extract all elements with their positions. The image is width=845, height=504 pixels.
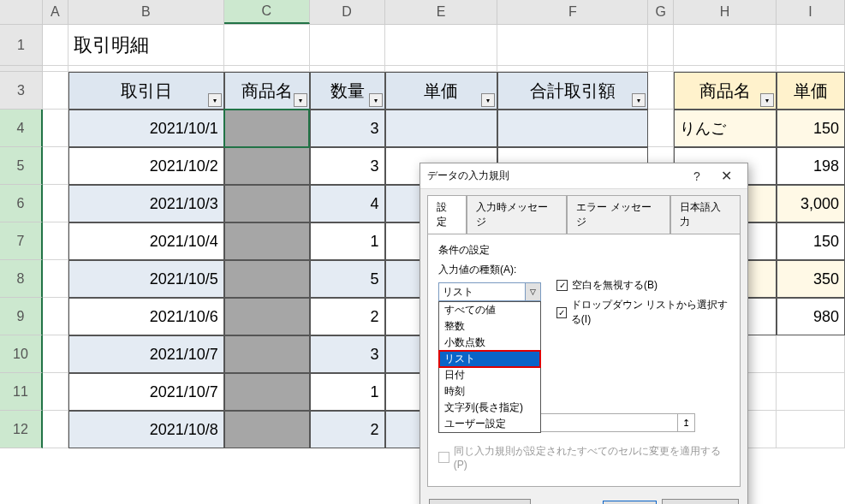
row-header-2[interactable] xyxy=(0,66,43,72)
row-header[interactable]: 4 xyxy=(0,110,43,147)
ok-button[interactable]: OK xyxy=(603,501,657,505)
cell-qty[interactable]: 5 xyxy=(310,260,385,298)
apply-all-checkbox[interactable]: 同じ入力規則が設定されたすべてのセルに変更を適用する(P) xyxy=(438,444,729,471)
filter-button[interactable]: ▾ xyxy=(632,93,646,107)
cell-product[interactable] xyxy=(224,260,310,298)
chevron-down-icon[interactable]: ▽ xyxy=(525,283,540,300)
cell[interactable] xyxy=(43,72,68,110)
cell-side-price[interactable]: 3,000 xyxy=(777,185,845,222)
col-header-A[interactable]: A xyxy=(43,0,68,24)
row-header[interactable]: 6 xyxy=(0,185,43,222)
cell-qty[interactable]: 1 xyxy=(310,222,385,260)
allow-option[interactable]: ユーザー設定 xyxy=(439,416,540,432)
table-header[interactable]: 取引日▾ xyxy=(68,72,224,110)
row-header[interactable]: 12 xyxy=(0,411,43,448)
cell[interactable] xyxy=(777,411,845,448)
allow-option[interactable]: すべての値 xyxy=(439,302,540,318)
table-header[interactable]: 商品名▾ xyxy=(224,72,310,110)
allow-option[interactable]: 文字列(長さ指定) xyxy=(439,400,540,416)
cell-qty[interactable]: 2 xyxy=(310,298,385,335)
cell-product[interactable] xyxy=(224,147,310,185)
clear-all-button[interactable]: すべてクリア(C) xyxy=(429,499,531,504)
col-header-E[interactable]: E xyxy=(385,0,498,24)
tab-ime-mode[interactable]: 日本語入力 xyxy=(670,195,741,234)
cell[interactable] xyxy=(777,373,845,411)
cell-product[interactable] xyxy=(224,110,310,147)
cell-date[interactable]: 2021/10/3 xyxy=(68,185,224,222)
filter-button[interactable]: ▾ xyxy=(294,93,307,107)
cell-product[interactable] xyxy=(224,373,310,411)
allow-option-selected[interactable]: リスト xyxy=(439,351,540,367)
cell-product[interactable] xyxy=(224,298,310,335)
cell[interactable] xyxy=(385,25,498,66)
cell-product[interactable] xyxy=(224,411,310,448)
cell[interactable] xyxy=(43,110,68,147)
cell-qty[interactable]: 1 xyxy=(310,373,385,411)
cell-side-price[interactable]: 198 xyxy=(777,147,845,185)
table-header[interactable]: 単価 xyxy=(777,72,845,110)
row-header-3[interactable]: 3 xyxy=(0,72,43,110)
col-header-D[interactable]: D xyxy=(310,0,385,24)
cell[interactable] xyxy=(310,66,385,72)
row-header-1[interactable]: 1 xyxy=(0,25,43,66)
cell[interactable] xyxy=(777,335,845,373)
cell[interactable] xyxy=(43,373,68,411)
filter-button[interactable]: ▾ xyxy=(760,93,774,107)
col-header-H[interactable]: H xyxy=(674,0,777,24)
cell[interactable] xyxy=(43,25,68,66)
dialog-titlebar[interactable]: データの入力規則 ? ✕ xyxy=(420,163,747,189)
col-header-I[interactable]: I xyxy=(777,0,845,24)
cell-product[interactable] xyxy=(224,335,310,373)
cell-qty[interactable]: 3 xyxy=(310,147,385,185)
select-all-corner[interactable] xyxy=(0,0,43,24)
cell[interactable] xyxy=(497,25,648,66)
cell[interactable] xyxy=(43,335,68,373)
cell-side-price[interactable]: 150 xyxy=(777,110,845,147)
cell-date[interactable]: 2021/10/2 xyxy=(68,147,224,185)
row-header[interactable]: 8 xyxy=(0,260,43,298)
tab-input-message[interactable]: 入力時メッセージ xyxy=(467,195,568,234)
cell-date[interactable]: 2021/10/7 xyxy=(68,335,224,373)
cell[interactable] xyxy=(43,222,68,260)
cell-qty[interactable]: 3 xyxy=(310,110,385,147)
cell[interactable] xyxy=(43,66,68,72)
col-header-F[interactable]: F xyxy=(497,0,648,24)
col-header-B[interactable]: B xyxy=(68,0,224,24)
close-button[interactable]: ✕ xyxy=(711,164,741,188)
cell[interactable] xyxy=(648,66,674,72)
cell-date[interactable]: 2021/10/7 xyxy=(68,373,224,411)
cell-date[interactable]: 2021/10/5 xyxy=(68,260,224,298)
allow-option[interactable]: 小数点数 xyxy=(439,335,540,351)
cell[interactable] xyxy=(674,25,777,66)
cell[interactable] xyxy=(224,66,310,72)
cell-date[interactable]: 2021/10/1 xyxy=(68,110,224,147)
cell[interactable] xyxy=(310,25,385,66)
cell-date[interactable]: 2021/10/4 xyxy=(68,222,224,260)
cell[interactable] xyxy=(777,25,845,66)
cell-side-price[interactable]: 980 xyxy=(777,298,845,335)
cell[interactable] xyxy=(43,147,68,185)
ignore-blank-checkbox[interactable]: ✓ 空白を無視する(B) xyxy=(556,278,729,293)
help-button[interactable]: ? xyxy=(682,164,711,188)
cell[interactable] xyxy=(43,260,68,298)
row-header[interactable]: 7 xyxy=(0,222,43,260)
cell-qty[interactable]: 4 xyxy=(310,185,385,222)
cell[interactable] xyxy=(43,298,68,335)
cell[interactable] xyxy=(43,411,68,448)
cell-qty[interactable]: 2 xyxy=(310,411,385,448)
filter-button[interactable]: ▾ xyxy=(208,93,222,107)
table-header[interactable]: 合計取引額▾ xyxy=(497,72,648,110)
cell-side-price[interactable]: 350 xyxy=(777,260,845,298)
cell[interactable] xyxy=(648,72,674,110)
filter-button[interactable]: ▾ xyxy=(369,93,383,107)
cell[interactable] xyxy=(497,66,648,72)
row-header[interactable]: 10 xyxy=(0,335,43,373)
cell[interactable] xyxy=(385,66,498,72)
in-cell-dropdown-checkbox[interactable]: ✓ ドロップダウン リストから選択する(I) xyxy=(556,298,729,327)
tab-error-alert[interactable]: エラー メッセージ xyxy=(567,195,670,234)
col-header-C[interactable]: C xyxy=(224,0,310,24)
cell-side-price[interactable]: 150 xyxy=(777,222,845,260)
cell[interactable] xyxy=(648,25,674,66)
allow-option[interactable]: 時刻 xyxy=(439,383,540,400)
allow-option[interactable]: 日付 xyxy=(439,367,540,383)
